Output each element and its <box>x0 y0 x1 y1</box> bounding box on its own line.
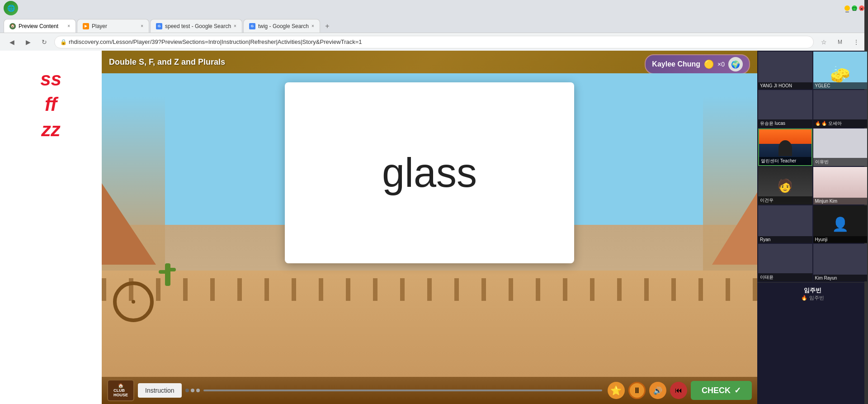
participant-ryan: Ryan <box>758 205 812 243</box>
hyunji-icon: 👤 <box>832 216 849 232</box>
cactus-1 <box>165 263 170 286</box>
host-sub: 🔥 임주빈 <box>761 295 864 301</box>
cactus-arm-1 <box>159 270 165 274</box>
user-avatar: 🌍 <box>728 57 743 71</box>
tabs-bar: 🏠 Preview Content × ▶ Player × G speed t… <box>0 16 868 33</box>
back-button[interactable]: ◀ <box>5 36 18 48</box>
tab-title-twig: twig - Google Search <box>258 23 309 29</box>
tab-speed-test[interactable]: G speed test - Google Search × <box>150 19 242 33</box>
person-icon: 🧑 <box>777 178 793 193</box>
check-label: CHECK <box>702 386 731 395</box>
wagon-wheel <box>113 281 154 322</box>
club-house-label: CLUBHOUSE <box>113 389 128 398</box>
participant-name-igeonu: 이건우 <box>758 196 812 204</box>
minimize-button[interactable]: _ <box>844 5 850 11</box>
progress-dot-1 <box>185 389 189 392</box>
user-badge: Kaylee Chung 🟡 ×0 🌍 <box>645 54 750 74</box>
tab-favicon-player: ▶ <box>83 23 89 29</box>
participants-panel: YANG JI HOON 🧽 YGLEC 유승윤 lucas 🔥 🔥 오세아 <box>757 51 868 404</box>
annotation-panel: ss ff zz <box>0 51 102 404</box>
host-section: 임주빈 🔥 임주빈 <box>757 282 868 305</box>
tab-preview-content[interactable]: 🏠 Preview Content × <box>4 19 76 33</box>
reload-button[interactable]: ↻ <box>38 36 51 48</box>
coin-count: ×0 <box>717 61 725 68</box>
participant-name-minjun: Minjun Kim <box>813 198 868 204</box>
new-tab-button[interactable]: + <box>321 20 334 33</box>
browser-chrome: 🌐 _ □ × 🏠 Preview Content × ▶ Player × G… <box>0 0 868 51</box>
main-area: ss ff zz Double S, F, and Z and Plurals … <box>0 51 868 404</box>
participant-hyunji: 👤 Hyunji <box>813 205 868 243</box>
teacher-silhouette-head <box>778 140 792 156</box>
coin-icon: 🟡 <box>704 59 714 69</box>
tab-title-player: Player <box>92 23 138 29</box>
participant-name-itaeyun: 이태윤 <box>758 273 812 281</box>
close-button[interactable]: × <box>859 5 864 11</box>
sound-button[interactable]: 🔊 <box>649 382 666 399</box>
progress-dot-2 <box>191 389 194 392</box>
participant-name-kimrayun: Kim Rayun <box>813 275 868 281</box>
participant-i-yu-bin: 이유빈 <box>813 128 868 166</box>
participant-name-lucas: 유승윤 lucas <box>758 119 812 128</box>
fence <box>102 278 757 301</box>
annotation-ff: ff <box>45 94 57 115</box>
mountain-shape <box>102 183 156 265</box>
participant-name-teacher: 열린센터 Teacher <box>759 157 811 165</box>
lesson-scene: glass <box>102 73 757 377</box>
tab-close-player[interactable]: × <box>141 24 143 29</box>
lesson-controls: 🏠 CLUBHOUSE Instruction ⭐ ⏸ 🔊 ⏮ CHECK <box>102 377 757 404</box>
user-name: Kaylee Chung <box>652 60 700 68</box>
participant-teacher: 열린센터 Teacher <box>758 128 812 166</box>
skip-back-button[interactable]: ⏮ <box>670 382 687 399</box>
participant-yglec: 🧽 YGLEC <box>813 52 868 89</box>
menu-button[interactable]: ⋮ <box>850 36 863 48</box>
url-input[interactable]: 🔒 rhdiscovery.com/Lesson/Player/39?Previ… <box>54 36 814 48</box>
participant-minjun: Minjun Kim <box>813 167 868 204</box>
instruction-button[interactable]: Instruction <box>138 383 182 398</box>
star-button[interactable]: ⭐ <box>608 382 625 399</box>
host-name: 임주빈 <box>761 286 864 295</box>
tab-twig[interactable]: G twig - Google Search × <box>243 19 320 33</box>
progress-dot-3 <box>196 389 200 392</box>
title-bar: 🌐 _ □ × <box>0 0 868 16</box>
participant-name-yang: YANG JI HOON <box>758 82 812 89</box>
forward-button[interactable]: ▶ <box>22 36 34 48</box>
participant-i-tae-yun: 이태윤 <box>758 244 812 281</box>
extension-button[interactable]: M <box>834 36 846 48</box>
fire-icon-host: 🔥 <box>801 295 807 301</box>
participant-name-yglec: YGLEC <box>813 82 868 89</box>
tab-favicon-preview: 🏠 <box>9 23 16 29</box>
participant-name-iyubin: 이유빈 <box>813 158 868 166</box>
participant-name-hyunji: Hyunji <box>813 236 868 243</box>
tab-close-preview[interactable]: × <box>67 24 70 29</box>
bookmark-button[interactable]: ☆ <box>817 36 830 48</box>
progress-track <box>203 390 602 391</box>
club-house-button[interactable]: 🏠 CLUBHOUSE <box>107 380 134 401</box>
participant-name-ryan: Ryan <box>758 236 812 243</box>
tab-close-twig[interactable]: × <box>311 24 314 29</box>
cactus-arm-2 <box>170 268 176 271</box>
participant-yang-ji-hoon: YANG JI HOON <box>758 52 812 89</box>
participant-lucas: 유승윤 lucas <box>758 90 812 128</box>
pause-button[interactable]: ⏸ <box>628 382 646 399</box>
tab-favicon-twig: G <box>249 23 255 29</box>
annotation-zz: zz <box>42 119 61 140</box>
maximize-button[interactable]: □ <box>852 5 857 11</box>
tab-player[interactable]: ▶ Player × <box>77 19 149 33</box>
participant-label-osea: 🔥 오세아 <box>821 121 842 126</box>
participant-name-osea: 🔥 🔥 오세아 <box>813 119 868 128</box>
progress-bar <box>185 389 604 392</box>
secure-icon: 🔒 <box>60 39 67 45</box>
window-controls: _ □ × <box>844 5 864 11</box>
fire-icon-osea: 🔥 <box>815 121 821 126</box>
flash-card: glass <box>285 82 574 263</box>
url-text: rhdiscovery.com/Lesson/Player/39?Preview… <box>69 38 362 45</box>
check-icon: ✓ <box>734 385 741 395</box>
browser-logo: 🌐 <box>4 1 18 15</box>
participant-grid: YANG JI HOON 🧽 YGLEC 유승윤 lucas 🔥 🔥 오세아 <box>757 51 868 282</box>
participant-o-se-a: 🔥 🔥 오세아 <box>813 90 868 128</box>
tab-close-speed[interactable]: × <box>234 24 236 29</box>
lesson-title: Double S, F, and Z and Plurals <box>109 57 225 67</box>
annotation-ss: ss <box>40 69 61 90</box>
participant-i-geon-u: 🧑 이건우 <box>758 167 812 204</box>
check-button[interactable]: CHECK ✓ <box>691 381 752 400</box>
